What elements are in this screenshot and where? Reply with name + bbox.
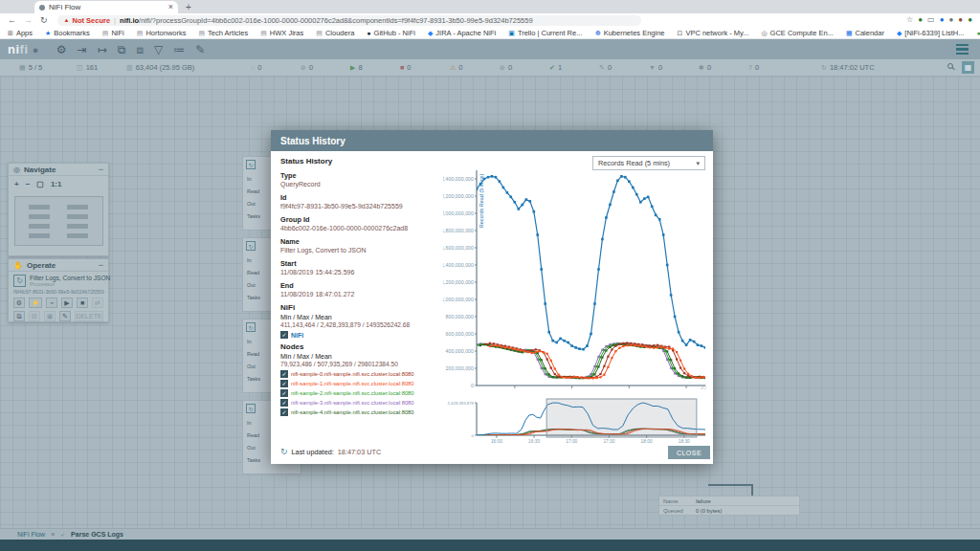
tab-close-icon[interactable]: × [168, 3, 173, 11]
avatar-brown[interactable]: ● [958, 16, 963, 24]
bookmark-label: HWX Jiras [270, 29, 303, 37]
field-value: 11/08/2019 18:47:01.272 [280, 291, 445, 298]
leaf-icon: ● [976, 30, 980, 36]
series-checkbox[interactable]: ✓ [280, 370, 288, 378]
operate-buttons-row1: ⚙⚡⌁▶■⇄ [9, 295, 108, 308]
operate-buttons-row2: ⧉⊟▣✎DELETE [9, 308, 108, 321]
bookmark-star-icon[interactable]: ☆ [906, 16, 913, 24]
connection-label[interactable]: Name failure Queued 0 (0 bytes) [658, 496, 800, 516]
series-checkbox[interactable]: ✓ [280, 380, 288, 387]
address-bar[interactable]: ▲ Not Secure | nifi.io /nifi/?processGro… [57, 15, 641, 26]
collapse-operate-icon[interactable]: − [99, 260, 103, 270]
back-icon[interactable]: ← [8, 15, 16, 25]
dialog-title: Status History [280, 136, 345, 146]
not-secure-label[interactable]: Not Secure [73, 16, 111, 25]
disable-button[interactable]: ⌁ [46, 298, 57, 308]
start-button[interactable]: ▶ [61, 298, 73, 308]
status-refresh[interactable]: ↻ 18:47:02 UTC [821, 63, 875, 72]
cast-icon[interactable]: ▭ [927, 16, 935, 24]
template-icon[interactable]: ≔ [173, 43, 185, 56]
series-checkbox[interactable]: ✓ [280, 331, 288, 339]
processor-stat-label: In [247, 339, 252, 344]
input-port-icon[interactable]: ⇥ [78, 43, 87, 56]
bookmark-item[interactable]: ◆JIRA - Apache NiFi [428, 29, 496, 37]
refresh-icon[interactable]: ↻ [280, 447, 288, 456]
funnel-icon[interactable]: ▽ [154, 43, 163, 56]
sync-failure-icon: ? [748, 64, 752, 71]
nodes-section-title: Nodes [280, 342, 445, 351]
brush-selection[interactable] [546, 399, 697, 437]
zoom-fit-button[interactable]: ▢ [36, 180, 44, 188]
avatar-green[interactable]: ● [968, 16, 972, 24]
bookmark-item[interactable]: ▦Calendar [846, 29, 884, 37]
running-value: 8 [358, 63, 362, 72]
bookmark-item[interactable]: ⊡VPC network - My... [678, 29, 749, 37]
connection-line[interactable] [708, 484, 753, 486]
series-checkbox[interactable]: ✓ [280, 399, 288, 407]
bookmark-item[interactable]: ▤Hortonworks [137, 29, 187, 37]
navigate-title: Navigate [24, 165, 95, 174]
processor-stat-label: In [247, 257, 252, 263]
browser-tab[interactable]: NiFi Flow × [34, 1, 178, 13]
zoom-actual-button[interactable]: 1:1 [51, 180, 62, 188]
chart-resize-handle[interactable]: ◿ [701, 383, 705, 390]
locally-modified: ✎0 [599, 63, 649, 72]
extension-gray-icon[interactable]: ● [948, 16, 953, 24]
global-menu-icon[interactable] [956, 44, 969, 55]
color-button[interactable]: ✎ [59, 311, 71, 321]
stopped: ■0 [400, 63, 450, 72]
reload-icon[interactable]: ↻ [40, 15, 48, 25]
forward-icon[interactable]: → [24, 15, 33, 25]
bookmark-item[interactable]: ◎GCE Compute En... [762, 29, 834, 37]
new-tab-button[interactable]: + [186, 2, 191, 12]
bookmark-label: GitHub - NiFi [374, 29, 415, 37]
zoom-out-button[interactable]: − [26, 180, 31, 188]
status-timestamp: 18:47:02 UTC [830, 63, 875, 72]
bookmark-item[interactable]: ●[Open NiFi and Mi... [976, 29, 980, 37]
enable-button[interactable]: ⚡ [29, 298, 42, 308]
sync-failure-value: 0 [755, 63, 759, 72]
output-port-icon[interactable]: ↦ [98, 43, 107, 56]
breadcrumb-current-group[interactable]: Parse GCS Logs [71, 531, 123, 538]
dialog-header[interactable]: Status History [271, 130, 713, 151]
copy-button[interactable]: ⧉ [13, 311, 25, 321]
stopped-value: 0 [407, 63, 411, 72]
process-group-icon[interactable]: ⧉ [118, 43, 126, 56]
stop-button[interactable]: ■ [77, 298, 88, 308]
bookmark-item[interactable]: ▤Tech Articles [198, 29, 248, 37]
processor-icon[interactable]: ⚙ [56, 43, 67, 56]
processor-stat-label: Tasks [247, 213, 260, 219]
delete-button: DELETE [75, 311, 103, 321]
bookmark-item[interactable]: ●GitHub - NiFi [367, 29, 415, 37]
field-value: 11/08/2019 15:44:25.596 [280, 269, 445, 276]
bookmark-item[interactable]: ⊞Apps [8, 29, 33, 37]
field-label: Group Id [280, 215, 445, 224]
bookmark-item[interactable]: ☸Kubernetes Engine [594, 29, 664, 37]
collapse-navigate-icon[interactable]: − [99, 165, 103, 174]
svg-text:18:00: 18:00 [641, 439, 653, 444]
series-checkbox[interactable]: ✓ [280, 389, 288, 397]
url-domain: nifi.io [120, 16, 139, 25]
configure-button[interactable]: ⚙ [13, 298, 25, 308]
series-checkbox[interactable]: ✓ [280, 408, 288, 416]
bookmark-item[interactable]: ◆[NiFi-6339] ListH... [897, 29, 965, 37]
label-icon[interactable]: ✎ [195, 43, 205, 56]
extension-green-icon[interactable]: ● [918, 16, 923, 24]
processor-stat-label: In [247, 420, 252, 426]
up-to-date-icon: ✔ [549, 64, 555, 72]
zoom-in-button[interactable]: + [14, 180, 19, 188]
bookmark-item[interactable]: ★Bookmarks [45, 29, 90, 37]
bookmark-item[interactable]: ▤NiFi [102, 29, 124, 37]
bookmark-item[interactable]: ▣Trello | Current Re... [508, 29, 582, 37]
minimap[interactable] [14, 196, 103, 246]
refresh-icon[interactable]: ↻ [821, 64, 827, 72]
close-button[interactable]: CLOSE [668, 446, 710, 459]
extension-blue-icon[interactable]: ● [940, 16, 945, 24]
bookmark-item[interactable]: ▤HWX Jiras [260, 29, 303, 37]
breadcrumb-root-link[interactable]: NiFi Flow [17, 531, 45, 538]
processor-icon: ↻ [246, 322, 256, 332]
bookmark-item[interactable]: ▤Cloudera [316, 29, 354, 37]
settings-button[interactable]: ▦ [962, 61, 974, 74]
search-icon[interactable] [947, 63, 956, 72]
remote-process-group-icon[interactable]: ⧈ [136, 43, 144, 56]
